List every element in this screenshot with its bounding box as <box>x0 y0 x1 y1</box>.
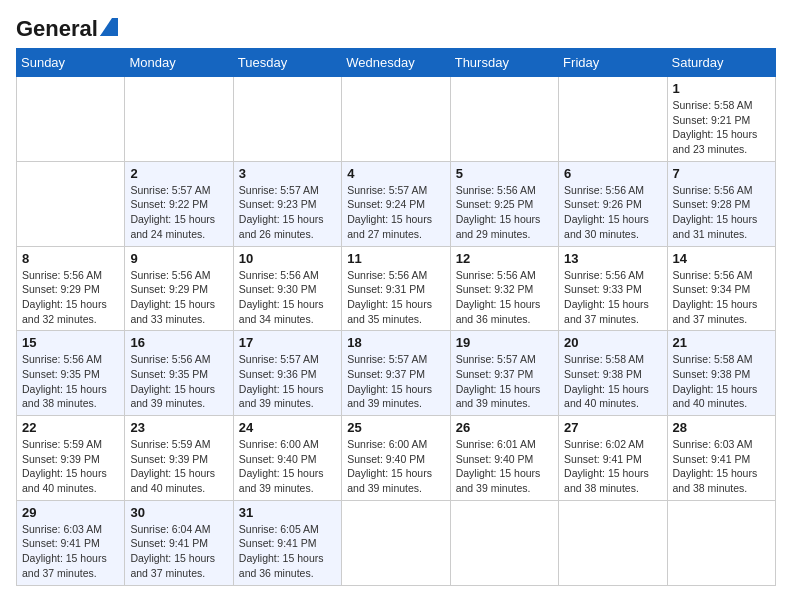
empty-cell <box>559 77 667 162</box>
calendar-table: SundayMondayTuesdayWednesdayThursdayFrid… <box>16 48 776 586</box>
day-info: Sunrise: 5:56 AM Sunset: 9:31 PM Dayligh… <box>347 268 444 327</box>
daylight-hours: Daylight: 15 hours and 27 minutes. <box>347 213 432 240</box>
calendar-header-monday: Monday <box>125 49 233 77</box>
daylight-hours: Daylight: 15 hours and 38 minutes. <box>673 467 758 494</box>
day-number: 23 <box>130 420 227 435</box>
daylight-hours: Daylight: 15 hours and 24 minutes. <box>130 213 215 240</box>
sunset-time: Sunset: 9:41 PM <box>673 453 751 465</box>
sunrise-time: Sunrise: 5:56 AM <box>130 269 210 281</box>
sunrise-time: Sunrise: 5:56 AM <box>673 184 753 196</box>
empty-cell <box>233 77 341 162</box>
sunset-time: Sunset: 9:34 PM <box>673 283 751 295</box>
sunset-time: Sunset: 9:37 PM <box>347 368 425 380</box>
calendar-day-23: 23 Sunrise: 5:59 AM Sunset: 9:39 PM Dayl… <box>125 416 233 501</box>
calendar-day-20: 20 Sunrise: 5:58 AM Sunset: 9:38 PM Dayl… <box>559 331 667 416</box>
daylight-hours: Daylight: 15 hours and 37 minutes. <box>564 298 649 325</box>
day-info: Sunrise: 5:59 AM Sunset: 9:39 PM Dayligh… <box>22 437 119 496</box>
calendar-day-19: 19 Sunrise: 5:57 AM Sunset: 9:37 PM Dayl… <box>450 331 558 416</box>
sunrise-time: Sunrise: 5:57 AM <box>130 184 210 196</box>
daylight-hours: Daylight: 15 hours and 34 minutes. <box>239 298 324 325</box>
empty-cell <box>559 500 667 585</box>
day-info: Sunrise: 6:01 AM Sunset: 9:40 PM Dayligh… <box>456 437 553 496</box>
day-number: 15 <box>22 335 119 350</box>
day-number: 31 <box>239 505 336 520</box>
calendar-day-22: 22 Sunrise: 5:59 AM Sunset: 9:39 PM Dayl… <box>17 416 125 501</box>
calendar-day-6: 6 Sunrise: 5:56 AM Sunset: 9:26 PM Dayli… <box>559 161 667 246</box>
day-info: Sunrise: 5:57 AM Sunset: 9:22 PM Dayligh… <box>130 183 227 242</box>
sunrise-time: Sunrise: 5:56 AM <box>130 353 210 365</box>
calendar-header-sunday: Sunday <box>17 49 125 77</box>
calendar-day-10: 10 Sunrise: 5:56 AM Sunset: 9:30 PM Dayl… <box>233 246 341 331</box>
sunrise-time: Sunrise: 6:00 AM <box>347 438 427 450</box>
sunrise-time: Sunrise: 5:57 AM <box>239 353 319 365</box>
daylight-hours: Daylight: 15 hours and 40 minutes. <box>673 383 758 410</box>
sunrise-time: Sunrise: 6:01 AM <box>456 438 536 450</box>
sunrise-time: Sunrise: 5:56 AM <box>22 269 102 281</box>
calendar-day-28: 28 Sunrise: 6:03 AM Sunset: 9:41 PM Dayl… <box>667 416 775 501</box>
calendar-header-saturday: Saturday <box>667 49 775 77</box>
day-info: Sunrise: 6:00 AM Sunset: 9:40 PM Dayligh… <box>347 437 444 496</box>
calendar-day-5: 5 Sunrise: 5:56 AM Sunset: 9:25 PM Dayli… <box>450 161 558 246</box>
daylight-hours: Daylight: 15 hours and 36 minutes. <box>456 298 541 325</box>
sunrise-time: Sunrise: 5:56 AM <box>347 269 427 281</box>
sunset-time: Sunset: 9:32 PM <box>456 283 534 295</box>
day-number: 19 <box>456 335 553 350</box>
daylight-hours: Daylight: 15 hours and 26 minutes. <box>239 213 324 240</box>
calendar-day-24: 24 Sunrise: 6:00 AM Sunset: 9:40 PM Dayl… <box>233 416 341 501</box>
sunrise-time: Sunrise: 5:56 AM <box>22 353 102 365</box>
calendar-day-21: 21 Sunrise: 5:58 AM Sunset: 9:38 PM Dayl… <box>667 331 775 416</box>
sunrise-time: Sunrise: 6:03 AM <box>673 438 753 450</box>
day-number: 11 <box>347 251 444 266</box>
daylight-hours: Daylight: 15 hours and 39 minutes. <box>239 467 324 494</box>
day-number: 16 <box>130 335 227 350</box>
day-number: 17 <box>239 335 336 350</box>
sunset-time: Sunset: 9:33 PM <box>564 283 642 295</box>
day-number: 13 <box>564 251 661 266</box>
day-number: 4 <box>347 166 444 181</box>
sunset-time: Sunset: 9:38 PM <box>564 368 642 380</box>
daylight-hours: Daylight: 15 hours and 29 minutes. <box>456 213 541 240</box>
logo-general: General <box>16 16 98 42</box>
day-number: 24 <box>239 420 336 435</box>
sunset-time: Sunset: 9:24 PM <box>347 198 425 210</box>
sunrise-time: Sunrise: 6:04 AM <box>130 523 210 535</box>
day-number: 2 <box>130 166 227 181</box>
day-info: Sunrise: 5:57 AM Sunset: 9:24 PM Dayligh… <box>347 183 444 242</box>
day-info: Sunrise: 5:57 AM Sunset: 9:37 PM Dayligh… <box>456 352 553 411</box>
day-number: 21 <box>673 335 770 350</box>
daylight-hours: Daylight: 15 hours and 32 minutes. <box>22 298 107 325</box>
day-number: 22 <box>22 420 119 435</box>
calendar-day-25: 25 Sunrise: 6:00 AM Sunset: 9:40 PM Dayl… <box>342 416 450 501</box>
calendar-day-31: 31 Sunrise: 6:05 AM Sunset: 9:41 PM Dayl… <box>233 500 341 585</box>
calendar-day-14: 14 Sunrise: 5:56 AM Sunset: 9:34 PM Dayl… <box>667 246 775 331</box>
sunset-time: Sunset: 9:28 PM <box>673 198 751 210</box>
svg-marker-1 <box>100 18 118 36</box>
empty-cell <box>342 500 450 585</box>
calendar-day-1: 1 Sunrise: 5:58 AM Sunset: 9:21 PM Dayli… <box>667 77 775 162</box>
day-number: 3 <box>239 166 336 181</box>
sunrise-time: Sunrise: 5:58 AM <box>673 99 753 111</box>
calendar-day-11: 11 Sunrise: 5:56 AM Sunset: 9:31 PM Dayl… <box>342 246 450 331</box>
day-number: 9 <box>130 251 227 266</box>
calendar-day-9: 9 Sunrise: 5:56 AM Sunset: 9:29 PM Dayli… <box>125 246 233 331</box>
day-number: 30 <box>130 505 227 520</box>
day-number: 27 <box>564 420 661 435</box>
calendar-day-30: 30 Sunrise: 6:04 AM Sunset: 9:41 PM Dayl… <box>125 500 233 585</box>
day-info: Sunrise: 5:56 AM Sunset: 9:28 PM Dayligh… <box>673 183 770 242</box>
sunset-time: Sunset: 9:39 PM <box>130 453 208 465</box>
sunset-time: Sunset: 9:40 PM <box>456 453 534 465</box>
sunset-time: Sunset: 9:29 PM <box>22 283 100 295</box>
daylight-hours: Daylight: 15 hours and 31 minutes. <box>673 213 758 240</box>
day-info: Sunrise: 6:03 AM Sunset: 9:41 PM Dayligh… <box>673 437 770 496</box>
daylight-hours: Daylight: 15 hours and 39 minutes. <box>347 383 432 410</box>
calendar-header-wednesday: Wednesday <box>342 49 450 77</box>
calendar-week-5: 22 Sunrise: 5:59 AM Sunset: 9:39 PM Dayl… <box>17 416 776 501</box>
sunrise-time: Sunrise: 5:56 AM <box>564 269 644 281</box>
calendar-header-thursday: Thursday <box>450 49 558 77</box>
sunrise-time: Sunrise: 5:59 AM <box>130 438 210 450</box>
empty-cell <box>342 77 450 162</box>
sunset-time: Sunset: 9:22 PM <box>130 198 208 210</box>
page-header: General <box>16 16 776 38</box>
daylight-hours: Daylight: 15 hours and 39 minutes. <box>347 467 432 494</box>
day-number: 5 <box>456 166 553 181</box>
